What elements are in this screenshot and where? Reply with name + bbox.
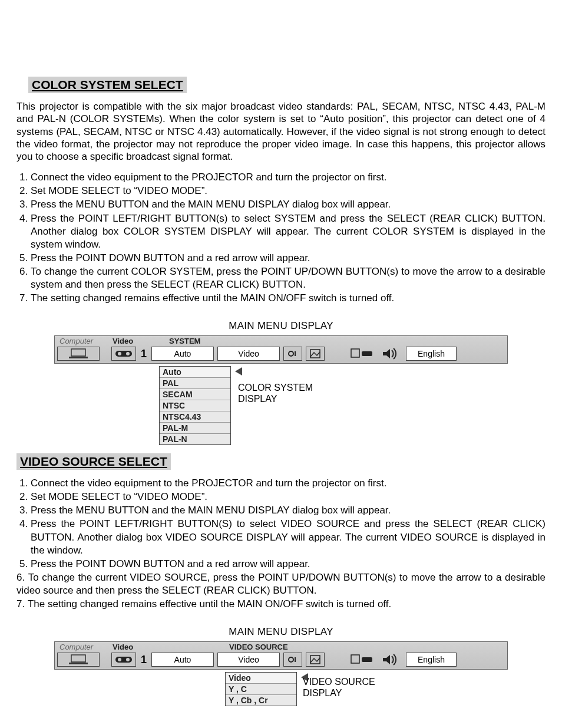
figcaption-1: MAIN MENU DISPLAY (16, 320, 546, 332)
dropdown-row: PAL (160, 378, 230, 389)
dropdown-row: PAL-N (160, 434, 230, 444)
step: Connect the video equipment to the PROJE… (31, 171, 546, 184)
svg-point-16 (289, 657, 293, 662)
label-computer: Computer (59, 337, 93, 345)
svg-rect-17 (295, 657, 296, 662)
language-field: English (406, 347, 457, 361)
video-icon (111, 653, 136, 667)
step: To change the current VIDEO SOURCE, pres… (16, 571, 546, 597)
heading-color-system: COLOR SYSTEM SELECT (28, 77, 187, 93)
figure-main-menu-1: Computer Video SYSTEM 1 Auto Video (54, 335, 508, 445)
video-source-display-label: VIDEO SOURCEDISPLAY (303, 677, 375, 699)
heading-video-source: VIDEO SOURCE SELECT (16, 453, 171, 470)
label-slot-title-1: SYSTEM (169, 337, 200, 345)
dropdown-row: NTSC4.43 (160, 411, 230, 423)
picture-icon (306, 347, 325, 361)
video-source-field: Video (217, 653, 280, 667)
computer-icon (57, 653, 100, 667)
svg-point-15 (126, 658, 130, 661)
svg-rect-11 (71, 655, 85, 662)
label-computer: Computer (59, 643, 93, 651)
step: Press the POINT LEFT/RIGHT BUTTON(S) to … (31, 518, 546, 556)
step: The setting changed remains effective un… (31, 292, 546, 305)
svg-rect-20 (362, 657, 372, 662)
svg-rect-6 (295, 351, 296, 356)
selection-arrow-icon (235, 367, 242, 375)
adjust-icon (283, 347, 302, 361)
menubar-2: Computer Video VIDEO SOURCE 1 Auto Video (54, 641, 508, 670)
step: To change the current COLOR SYSTEM, pres… (31, 265, 546, 291)
menubar-1: Computer Video SYSTEM 1 Auto Video (54, 335, 508, 364)
svg-point-3 (118, 352, 121, 355)
svg-point-14 (118, 658, 121, 661)
color-system-dropdown: AutoPALSECAMNTSCNTSC4.43PAL-MPAL-N (159, 366, 231, 445)
system-field: Auto (151, 347, 214, 361)
step: Connect the video equipment to the PROJE… (31, 477, 546, 490)
svg-marker-10 (383, 349, 390, 358)
dropdown-row: SECAM (160, 389, 230, 400)
color-system-display-label: COLOR SYSTEMDISPLAY (238, 383, 313, 404)
sound-icon (379, 347, 402, 361)
step: Press the MENU BUTTON and the MAIN MENU … (31, 198, 546, 211)
label-video: Video (113, 643, 133, 651)
dropdown-row: Auto (160, 367, 230, 378)
step: Set MODE SELECT to “VIDEO MODE”. (31, 185, 546, 197)
steps-video-source: Connect the video equipment to the PROJE… (16, 477, 546, 611)
video-input-number: 1 (140, 347, 148, 361)
projector-icon (348, 347, 375, 361)
system-field: Auto (151, 653, 214, 667)
svg-marker-21 (383, 655, 390, 664)
svg-point-4 (126, 352, 130, 355)
svg-point-5 (289, 351, 293, 356)
projector-icon (348, 653, 375, 667)
figure-main-menu-2: Computer Video VIDEO SOURCE 1 Auto Video (54, 641, 508, 706)
dropdown-row: Video (226, 673, 296, 684)
video-icon (111, 347, 136, 361)
computer-icon (57, 347, 100, 361)
step: Set MODE SELECT to “VIDEO MODE”. (31, 490, 546, 503)
intro-color-system: This projector is compatible with the si… (16, 100, 546, 163)
video-source-dropdown: VideoY , CY , Cb , Cr (225, 672, 297, 706)
svg-rect-0 (71, 349, 85, 356)
adjust-icon (283, 653, 302, 667)
dropdown-row: Y , C (226, 684, 296, 695)
svg-rect-19 (351, 655, 359, 663)
step: The setting changed remains effective un… (16, 598, 546, 611)
svg-rect-12 (69, 663, 88, 664)
label-slot-title-2: VIDEO SOURCE (229, 643, 288, 651)
svg-rect-8 (351, 349, 359, 357)
svg-rect-9 (362, 351, 372, 356)
picture-icon (306, 653, 325, 667)
sound-icon (379, 653, 402, 667)
step: Press the MENU BUTTON and the MAIN MENU … (31, 504, 546, 517)
step: Press the POINT DOWN BUTTON and a red ar… (31, 252, 546, 265)
dropdown-row: PAL-M (160, 423, 230, 434)
label-video: Video (113, 337, 133, 345)
steps-color-system: Connect the video equipment to the PROJE… (16, 171, 546, 305)
video-source-field: Video (217, 347, 280, 361)
dropdown-row: NTSC (160, 400, 230, 411)
video-input-number: 1 (140, 653, 148, 667)
language-field: English (406, 653, 457, 667)
figcaption-2: MAIN MENU DISPLAY (16, 626, 546, 638)
step: Press the POINT DOWN BUTTON and a red ar… (31, 558, 546, 571)
svg-rect-1 (69, 357, 88, 358)
step: Press the POINT LEFT/RIGHT BUTTON(s) to … (31, 212, 546, 251)
dropdown-row: Y , Cb , Cr (226, 695, 296, 706)
